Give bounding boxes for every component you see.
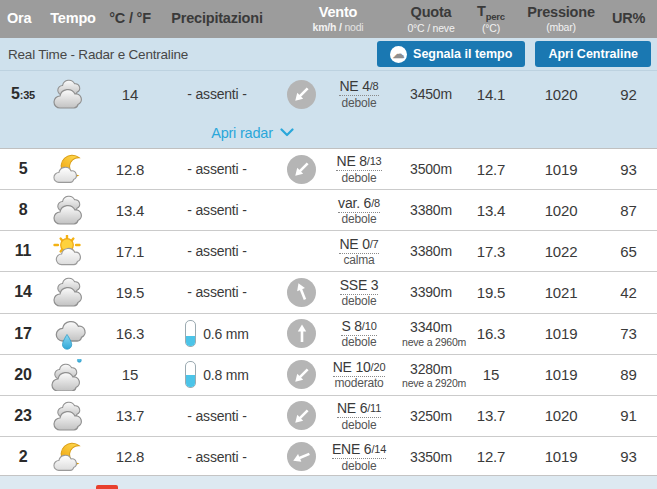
humidity-value: 93 — [600, 448, 657, 465]
wind-speed-tooltip[interactable]: NE 10/20 — [333, 359, 386, 377]
precipitation-cell: - assenti - — [160, 449, 274, 465]
wind-text: S 8/10 debole — [316, 317, 402, 350]
wind-text: NE 0/7 calma — [316, 235, 402, 268]
freezing-altitude-cell: 3380m — [402, 202, 460, 218]
hour-label: 20 — [0, 366, 46, 384]
table-header: Ora Tempo °C / °F Precipitazioni Vento k… — [0, 0, 657, 38]
wind-cell: S 8/10 debole — [274, 317, 402, 350]
freezing-altitude-cell: 3350m — [402, 449, 460, 465]
wind-direction-icon — [287, 155, 316, 184]
weather-icon — [46, 78, 90, 110]
wind-speed-tooltip[interactable]: NE 6/11 — [337, 400, 381, 418]
temperature-value: 15 — [100, 366, 160, 383]
wind-direction-icon — [287, 319, 316, 348]
snow-altitude-value: neve a 2960m — [402, 336, 460, 348]
wind-speed-tooltip[interactable]: NE 8/13 — [336, 153, 381, 171]
realtime-bar: Real Time - Radar e Centraline ☁ Segnala… — [0, 38, 657, 70]
radar-row: Apri radar — [0, 117, 657, 148]
pressure-value: 1020 — [522, 202, 600, 219]
wind-speed-tooltip[interactable]: ENE 6/14 — [332, 441, 386, 459]
perceived-temp-value: 16.3 — [460, 325, 522, 342]
wind-speed-tooltip[interactable]: NE 0/7 — [339, 236, 378, 254]
wind-strength-label: debole — [316, 336, 402, 350]
table-row: 17 16.3 0.6 mm S 8/10 debole 3340m neve … — [0, 314, 657, 355]
perceived-temp-value: 12.7 — [460, 161, 522, 178]
perceived-temp-value: 19.5 — [460, 284, 522, 301]
hour-label: 2 — [0, 448, 46, 466]
freezing-altitude-value: 3500m — [410, 161, 452, 177]
weather-icon — [46, 441, 90, 473]
pressure-value: 1019 — [522, 161, 600, 178]
wind-strength-label: debole — [316, 295, 402, 309]
pressure-value: 1019 — [522, 448, 600, 465]
humidity-value: 65 — [600, 243, 657, 260]
col-header-quota: Quota 0°C / neve — [402, 4, 460, 34]
col-header-tperc: Tperc (°C) — [460, 4, 522, 35]
temperature-value: 12.8 — [100, 448, 160, 465]
wind-speed-tooltip[interactable]: var. 6/8 — [338, 195, 380, 213]
wind-direction-icon — [287, 278, 316, 307]
open-stations-button[interactable]: Apri Centraline — [535, 41, 651, 67]
hour-label: 11 — [0, 242, 46, 260]
temperature-value: 12.8 — [100, 161, 160, 178]
humidity-value: 87 — [600, 202, 657, 219]
freezing-altitude-cell: 3340m neve a 2960m — [402, 319, 460, 347]
perceived-temp-value: 13.4 — [460, 202, 522, 219]
pressure-value: 1019 — [522, 325, 600, 342]
wind-text: SSE 3 debole — [316, 276, 402, 309]
table-row: 8 13.4 - assenti - var. 6/8 debole 3380m… — [0, 190, 657, 231]
table-row: 11 17.1 - assenti - NE 0/7 calma 3380m 1… — [0, 231, 657, 272]
wind-direction-icon — [287, 442, 316, 471]
weather-icon — [46, 276, 90, 308]
pressure-value: 1019 — [522, 366, 600, 383]
table-row: 5:35 14 - assenti - NE 4/8 debole 3450m … — [0, 70, 657, 117]
weather-icon — [46, 153, 90, 185]
precipitation-cell: - assenti - — [160, 284, 274, 300]
wind-text: ENE 6/14 debole — [316, 440, 402, 473]
freezing-altitude-value: 3280m — [410, 361, 452, 377]
wind-text: NE 6/11 debole — [316, 399, 402, 432]
realtime-label: Real Time - Radar e Centraline — [8, 47, 367, 62]
wind-speed-tooltip[interactable]: NE 4/8 — [339, 78, 378, 96]
wind-direction-icon — [287, 80, 316, 109]
weather-cell — [46, 359, 100, 391]
precipitation-value: 0.6 mm — [203, 326, 248, 342]
freezing-altitude-value: 3340m — [410, 319, 452, 335]
hour-label: 23 — [0, 407, 46, 425]
wind-cell: NE 6/11 debole — [274, 399, 402, 432]
wind-strength-label: debole — [316, 213, 402, 227]
perceived-temp-value: 14.1 — [460, 86, 522, 103]
precipitation-value: - assenti - — [187, 243, 246, 259]
wind-strength-label: debole — [316, 97, 402, 111]
wind-cell: ENE 6/14 debole — [274, 440, 402, 473]
pressure-value: 1022 — [522, 243, 600, 260]
weather-icon — [46, 400, 90, 432]
freezing-altitude-value: 3380m — [410, 243, 452, 259]
temperature-value: 17.1 — [100, 243, 160, 260]
freezing-altitude-cell: 3380m — [402, 243, 460, 259]
freezing-altitude-value: 3390m — [410, 284, 452, 300]
weather-cell — [46, 194, 100, 226]
wind-cell: NE 10/20 moderato — [274, 358, 402, 391]
open-radar-link[interactable]: Apri radar — [211, 125, 294, 141]
precipitation-cell: 0.8 mm — [160, 361, 274, 388]
chevron-down-icon — [280, 128, 294, 137]
precipitation-cell: - assenti - — [160, 86, 274, 102]
wind-strength-label: debole — [316, 172, 402, 186]
weather-cell — [46, 400, 100, 432]
hour-label: 8 — [0, 201, 46, 219]
wind-text: NE 4/8 debole — [316, 77, 402, 110]
precipitation-value: - assenti - — [187, 202, 246, 218]
humidity-value: 92 — [600, 86, 657, 103]
report-weather-button[interactable]: ☁ Segnala il tempo — [377, 41, 525, 67]
precipitation-cell: 0.6 mm — [160, 320, 274, 347]
wind-speed-tooltip[interactable]: S 8/10 — [341, 318, 376, 336]
freezing-altitude-value: 3380m — [410, 202, 452, 218]
precipitation-value: 0.8 mm — [203, 367, 248, 383]
wind-cell: NE 4/8 debole — [274, 77, 402, 110]
perceived-temp-value: 13.7 — [460, 407, 522, 424]
freezing-altitude-value: 3350m — [410, 449, 452, 465]
wind-speed-tooltip[interactable]: SSE 3 — [340, 277, 379, 295]
temperature-value: 19.5 — [100, 284, 160, 301]
precipitation-cell: - assenti - — [160, 243, 274, 259]
